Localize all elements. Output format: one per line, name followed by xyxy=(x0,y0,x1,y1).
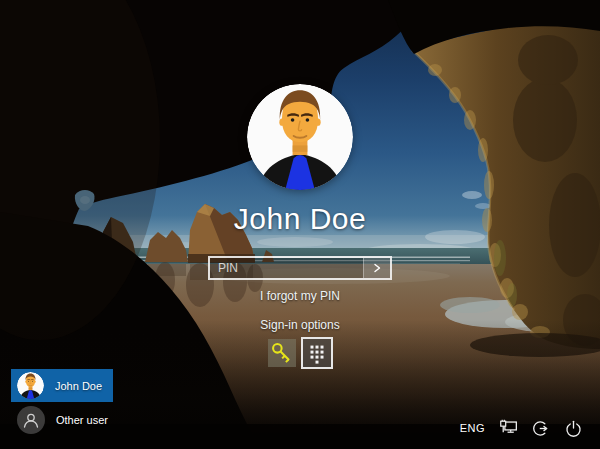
sign-in-options-label[interactable]: Sign-in options xyxy=(260,318,339,332)
user-name: John Doe xyxy=(234,202,366,236)
power-button[interactable] xyxy=(562,417,585,440)
user-list: John Doe Other user xyxy=(11,369,191,437)
network-button[interactable] xyxy=(497,416,521,440)
pin-pad-icon xyxy=(304,340,330,366)
submit-arrow-icon xyxy=(371,262,383,274)
pin-input[interactable] xyxy=(210,258,363,278)
key-sign-in-button[interactable] xyxy=(268,339,296,367)
power-icon xyxy=(563,418,584,439)
language-indicator[interactable]: ENG xyxy=(457,420,488,436)
user-row-label: Other user xyxy=(56,414,108,426)
forgot-pin-link[interactable]: I forgot my PIN xyxy=(260,289,340,303)
login-screen: John Doe I forgot my PIN Sign-in options xyxy=(0,0,600,449)
network-wired-icon xyxy=(498,417,520,439)
user-row-label: John Doe xyxy=(55,380,102,392)
user-list-item-other-user[interactable]: Other user xyxy=(11,403,113,436)
ease-of-access-button[interactable] xyxy=(530,417,553,440)
pin-submit-button[interactable] xyxy=(363,258,390,278)
other-user-icon xyxy=(17,406,45,434)
user-avatar xyxy=(247,84,353,190)
user-list-item-john-doe[interactable]: John Doe xyxy=(11,369,113,402)
pin-input-group xyxy=(208,256,392,280)
key-icon xyxy=(269,340,295,366)
status-bar: ENG xyxy=(457,416,585,440)
sign-in-options-row xyxy=(268,337,333,369)
pin-sign-in-button[interactable] xyxy=(301,337,333,369)
ease-of-access-icon xyxy=(531,418,552,439)
user-avatar-illustration xyxy=(247,84,353,190)
sign-in-panel: John Doe I forgot my PIN Sign-in options xyxy=(0,84,600,369)
user-avatar-small xyxy=(17,372,44,399)
